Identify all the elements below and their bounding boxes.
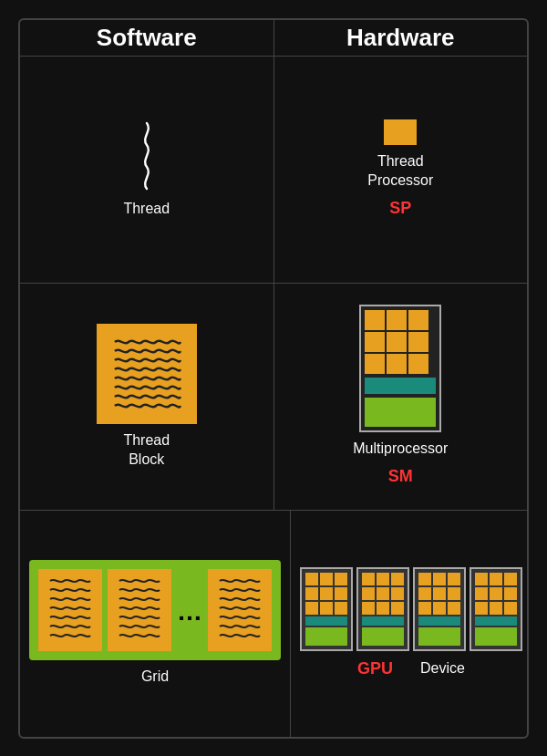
dev-cell	[320, 602, 333, 615]
dev-cell	[490, 587, 502, 600]
multiprocessor-icon	[359, 305, 441, 432]
dev-cell	[335, 573, 347, 585]
mp-cell	[408, 332, 428, 352]
dev-cell	[504, 587, 517, 600]
thread-cell: Thread	[20, 57, 274, 283]
dev-cell	[305, 573, 318, 585]
dev-green	[305, 627, 347, 646]
thread-block-icon	[97, 324, 197, 424]
dev-row	[305, 602, 347, 615]
dev-cell	[475, 602, 488, 615]
dev-cell	[448, 587, 460, 600]
grid-block-1	[38, 569, 102, 651]
grid-waves-2	[112, 574, 167, 647]
device-labels: GPU Device	[357, 658, 465, 679]
dev-cell	[377, 587, 389, 600]
hardware-label: Hardware	[346, 24, 455, 52]
dev-cell	[320, 573, 333, 585]
dev-cell	[475, 587, 488, 600]
dev-cell	[305, 602, 318, 615]
device-label: Device	[420, 659, 465, 678]
diagram: Software Hardware Thread ThreadProcessor…	[18, 18, 529, 739]
row1: Thread ThreadProcessor SP	[20, 57, 527, 284]
software-label: Software	[97, 24, 197, 52]
dev-cell	[433, 587, 446, 600]
thread-processor-icon	[384, 119, 417, 145]
dev-cell	[448, 573, 460, 585]
dev-cell	[418, 573, 431, 585]
dev-row	[362, 573, 404, 585]
mp-cell	[387, 332, 407, 352]
device-cell: GPU Device	[291, 511, 529, 737]
dev-cell	[335, 602, 347, 615]
grid-block-2	[108, 569, 171, 651]
multiprocessor-cell: Multiprocessor SM	[274, 284, 528, 510]
grid-label: Grid	[141, 668, 169, 687]
dev-teal	[362, 616, 404, 626]
sp-label: SP	[389, 198, 411, 219]
mp-teal-bar	[365, 378, 436, 394]
mp-row-3	[365, 354, 436, 374]
dev-cell	[433, 573, 446, 585]
thread-block-waves-icon	[106, 333, 188, 415]
dev-teal	[305, 616, 347, 626]
dev-cell	[391, 602, 404, 615]
thread-processor-label: ThreadProcessor	[367, 152, 433, 191]
mp-row-1	[365, 310, 436, 330]
device-col-2	[356, 567, 409, 651]
row2: ThreadBlock	[20, 284, 527, 511]
mp-cell	[365, 354, 385, 374]
hardware-header: Hardware	[274, 20, 528, 56]
gpu-label: GPU	[357, 658, 393, 679]
grid-waves-1	[43, 574, 98, 647]
dev-row	[418, 602, 460, 615]
dev-row	[475, 602, 517, 615]
device-col-4	[470, 567, 522, 651]
thread-block-label: ThreadBlock	[123, 431, 170, 470]
dev-cell	[418, 602, 431, 615]
dev-row	[418, 587, 460, 600]
dev-row	[362, 587, 404, 600]
dev-cell	[504, 602, 517, 615]
dev-cell	[418, 587, 431, 600]
dev-cell	[504, 573, 517, 585]
dev-row	[475, 573, 517, 585]
dev-cell	[377, 602, 389, 615]
dev-row	[418, 573, 460, 585]
dev-row	[362, 602, 404, 615]
dev-cell	[362, 573, 375, 585]
mp-cell	[408, 354, 428, 374]
sm-label: SM	[388, 466, 413, 487]
multiprocessor-label: Multiprocessor	[353, 440, 448, 459]
device-col-3	[413, 567, 466, 651]
row3: … Grid	[20, 511, 527, 737]
dev-cell	[377, 573, 389, 585]
dev-row	[475, 587, 517, 600]
dev-cell	[391, 587, 404, 600]
dev-cell	[448, 602, 460, 615]
dev-cell	[362, 602, 375, 615]
dev-cell	[320, 587, 333, 600]
mp-cell	[408, 310, 428, 330]
dev-green	[475, 627, 517, 646]
software-header: Software	[20, 20, 274, 56]
dev-cell	[391, 573, 404, 585]
dev-green	[362, 627, 404, 646]
dev-green	[418, 627, 460, 646]
grid-waves-3	[212, 574, 267, 647]
grid-ellipsis: …	[177, 594, 202, 627]
device-icon	[300, 567, 522, 651]
dev-teal	[475, 616, 517, 626]
mp-row-2	[365, 332, 436, 352]
mp-green-bar	[365, 398, 436, 427]
grid-block-3	[208, 569, 272, 651]
grid-icon: …	[29, 560, 281, 660]
dev-cell	[335, 587, 347, 600]
mp-cell	[387, 354, 407, 374]
header-row: Software Hardware	[20, 20, 527, 57]
dev-cell	[433, 602, 446, 615]
thread-label: Thread	[123, 200, 170, 219]
dev-cell	[490, 602, 502, 615]
dev-cell	[362, 587, 375, 600]
grid-cell: … Grid	[20, 511, 291, 737]
